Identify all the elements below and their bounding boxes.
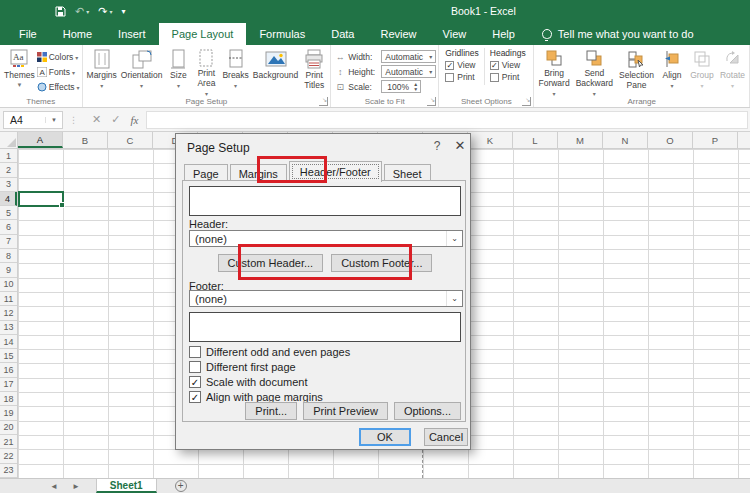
dialog-checkbox[interactable]: Scale with document xyxy=(189,376,350,388)
row-header[interactable]: 4 xyxy=(0,192,17,206)
height-dropdown[interactable]: Automatic▾ xyxy=(381,65,436,78)
background-button[interactable]: Background xyxy=(251,47,300,95)
column-header[interactable]: O xyxy=(648,132,693,148)
options-button[interactable]: Options... xyxy=(394,402,461,420)
column-header[interactable]: K xyxy=(468,132,513,148)
group-button[interactable]: Group ▾ xyxy=(688,47,716,95)
row-header[interactable]: 22 xyxy=(0,449,17,463)
dialog-help-button[interactable]: ? xyxy=(429,139,445,153)
row-header[interactable]: 2 xyxy=(0,163,17,177)
ribbon-tab[interactable]: Insert xyxy=(105,23,159,45)
row-header[interactable]: 5 xyxy=(0,206,17,220)
custom-header-button[interactable]: Custom Header... xyxy=(218,254,324,272)
checkbox-icon[interactable] xyxy=(189,346,201,358)
page-setup-dialog-launcher-icon[interactable]: ↘ xyxy=(319,97,328,106)
row-header[interactable]: 23 xyxy=(0,464,17,478)
chevron-down-icon[interactable]: ⌄ xyxy=(446,231,462,246)
tell-me-box[interactable]: Tell me what you want to do xyxy=(542,23,694,45)
row-header[interactable]: 17 xyxy=(0,378,17,392)
column-header[interactable]: N xyxy=(603,132,648,148)
row-header[interactable]: 10 xyxy=(0,278,17,292)
formula-input[interactable] xyxy=(146,111,748,129)
row-header[interactable]: 9 xyxy=(0,263,17,277)
row-header[interactable]: 18 xyxy=(0,392,17,406)
dialog-tab[interactable]: Header/Footer xyxy=(289,161,382,182)
column-header[interactable]: P xyxy=(693,132,738,148)
checkbox-icon[interactable] xyxy=(189,361,201,373)
row-header[interactable]: 14 xyxy=(0,335,17,349)
themes-button[interactable]: Aa Themes ▼ xyxy=(2,47,37,95)
save-icon[interactable] xyxy=(55,6,66,17)
row-header[interactable]: 21 xyxy=(0,435,17,449)
ribbon-tab[interactable]: Data xyxy=(318,23,367,45)
new-sheet-icon[interactable]: + xyxy=(175,480,187,492)
ribbon-tab[interactable]: Page Layout xyxy=(159,23,247,45)
row-header[interactable]: 15 xyxy=(0,349,17,363)
previous-sheet-icon[interactable]: ◄ xyxy=(50,482,58,491)
row-header[interactable]: 12 xyxy=(0,306,17,320)
rotate-button[interactable]: Rotate ▾ xyxy=(718,47,747,95)
orientation-button[interactable]: Orientation ▾ xyxy=(119,47,165,95)
row-header[interactable]: 16 xyxy=(0,363,17,377)
ribbon-tab[interactable]: Help xyxy=(479,23,528,45)
select-all-corner[interactable] xyxy=(0,132,18,149)
name-box[interactable]: A4 ▼ xyxy=(3,111,63,129)
row-header[interactable]: 7 xyxy=(0,235,17,249)
ok-button[interactable]: OK xyxy=(359,428,411,446)
breaks-button[interactable]: Breaks ▾ xyxy=(220,47,250,95)
print-area-button[interactable]: Print Area ▾ xyxy=(192,47,220,95)
column-header[interactable]: B xyxy=(63,132,108,148)
print-titles-button[interactable]: Print Titles xyxy=(300,47,328,95)
align-button[interactable]: Align ▾ xyxy=(658,47,686,95)
headings-view-checkbox[interactable]: View xyxy=(490,60,526,70)
row-header[interactable]: 1 xyxy=(0,149,17,163)
print-button[interactable]: Print... xyxy=(245,402,297,420)
gridlines-view-checkbox[interactable]: View xyxy=(445,60,479,70)
ribbon-tab[interactable]: Home xyxy=(50,23,105,45)
ribbon-tab[interactable]: Review xyxy=(367,23,429,45)
ribbon-tab[interactable]: Formulas xyxy=(246,23,318,45)
row-header[interactable]: 19 xyxy=(0,406,17,420)
customize-quick-access-icon[interactable]: ▾ xyxy=(121,8,125,16)
row-header[interactable]: 11 xyxy=(0,292,17,306)
header-dropdown[interactable]: (none) ⌄ xyxy=(189,230,463,247)
name-box-dropdown-icon[interactable]: ▼ xyxy=(45,117,62,123)
dialog-close-icon[interactable]: ✕ xyxy=(452,138,468,153)
column-header[interactable]: A xyxy=(18,132,63,148)
row-header[interactable]: 20 xyxy=(0,421,17,435)
row-header[interactable]: 3 xyxy=(0,178,17,192)
ribbon-tab[interactable]: View xyxy=(430,23,480,45)
undo-icon[interactable]: ↶▾ xyxy=(75,6,89,17)
checkbox-icon[interactable] xyxy=(189,376,201,388)
ribbon-tab[interactable]: File xyxy=(6,23,50,45)
chevron-down-icon[interactable]: ⌄ xyxy=(446,291,462,306)
send-backward-button[interactable]: Send Backward ▾ xyxy=(574,47,615,95)
dialog-checkbox[interactable]: Different first page xyxy=(189,361,350,373)
row-header[interactable]: 8 xyxy=(0,249,17,263)
row-header[interactable]: 13 xyxy=(0,321,17,335)
sheet-tab-sheet1[interactable]: Sheet1 xyxy=(96,479,157,493)
redo-icon[interactable]: ↷▾ xyxy=(98,6,112,17)
effects-button[interactable]: Effects▾ xyxy=(37,80,80,94)
next-sheet-icon[interactable]: ► xyxy=(72,482,80,491)
footer-dropdown[interactable]: (none) ⌄ xyxy=(189,290,463,307)
row-header[interactable]: 6 xyxy=(0,220,17,234)
sheet-options-dialog-launcher-icon[interactable]: ↘ xyxy=(522,97,531,106)
confirm-entry-icon[interactable]: ✓ xyxy=(111,113,120,126)
size-button[interactable]: Size ▾ xyxy=(164,47,192,95)
column-header[interactable]: M xyxy=(558,132,603,148)
column-header[interactable]: C xyxy=(108,132,153,148)
custom-footer-button[interactable]: Custom Footer... xyxy=(331,254,432,272)
cancel-button[interactable]: Cancel xyxy=(424,428,468,446)
cancel-entry-icon[interactable]: ✕ xyxy=(92,113,101,126)
insert-function-icon[interactable]: fx xyxy=(130,114,138,126)
bring-forward-button[interactable]: Bring Forward ▾ xyxy=(536,47,571,95)
scale-spinner[interactable]: 100% ▲▼ xyxy=(381,80,421,93)
selection-pane-button[interactable]: Selection Pane xyxy=(617,47,656,95)
print-preview-button[interactable]: Print Preview xyxy=(303,402,388,420)
column-header[interactable]: L xyxy=(513,132,558,148)
scale-to-fit-dialog-launcher-icon[interactable]: ↘ xyxy=(427,97,436,106)
dialog-checkbox[interactable]: Different odd and even pages xyxy=(189,346,350,358)
gridlines-print-checkbox[interactable]: Print xyxy=(445,72,479,82)
colors-button[interactable]: Colors▾ xyxy=(37,50,80,64)
